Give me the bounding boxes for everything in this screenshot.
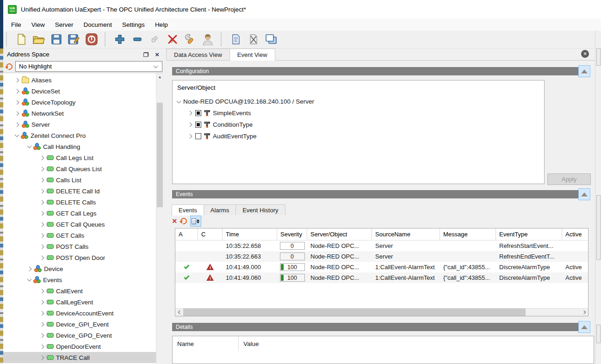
tree-item-trace-call[interactable]: TRACE Call	[3, 352, 163, 363]
checkbox-simpleevents[interactable]	[195, 110, 201, 116]
tree-item-zenitel-connect-pro[interactable]: Zenitel Connect Pro	[3, 130, 163, 141]
tree-item-callevent[interactable]: CallEvent	[3, 285, 163, 296]
checkbox-conditiontype[interactable]	[195, 122, 201, 128]
scroll-left-icon[interactable]	[175, 308, 183, 316]
chevron-collapsed-icon[interactable]	[15, 111, 19, 116]
save-as-icon[interactable]	[67, 32, 81, 46]
scroll-up-icon[interactable]: ▲	[156, 73, 163, 80]
chevron-collapsed-icon[interactable]	[40, 255, 44, 260]
chevron-collapsed-icon[interactable]	[40, 244, 44, 249]
column-header-message[interactable]: Message	[440, 228, 496, 240]
tree-item-post-open-door[interactable]: POST Open Door	[3, 252, 163, 263]
chevron-collapsed-icon[interactable]	[40, 222, 44, 227]
tree-item-networkset[interactable]: NetworkSet	[3, 108, 163, 119]
chevron-expanded-icon[interactable]	[15, 133, 19, 137]
scroll-right-icon[interactable]	[580, 308, 588, 316]
chevron-collapsed-icon[interactable]	[188, 123, 192, 127]
event-row[interactable]: 10:35:22.6630Node-RED OPC...ServerRefres…	[175, 251, 588, 262]
column-header-eventtype[interactable]: EventType	[496, 228, 562, 240]
tree-item-deviceset[interactable]: DeviceSet	[3, 86, 163, 97]
column-header-c[interactable]: C	[198, 228, 223, 240]
chevron-collapsed-icon[interactable]	[40, 289, 44, 293]
tree-item-device-gpo-event[interactable]: Device_GPO_Event	[3, 330, 163, 341]
tree-item-get-call-legs[interactable]: GET Call Legs	[3, 208, 163, 219]
collapse-configuration-button[interactable]	[578, 65, 590, 77]
collapse-events-button[interactable]	[578, 188, 590, 200]
add-window-icon[interactable]	[264, 32, 279, 46]
add-server-icon[interactable]	[112, 32, 127, 46]
tree-item-calls-list[interactable]: Calls List	[3, 174, 163, 185]
vertical-splitter[interactable]	[163, 49, 167, 364]
chevron-collapsed-icon[interactable]	[15, 89, 19, 93]
disconnect-server-icon[interactable]	[165, 32, 180, 46]
chevron-collapsed-icon[interactable]	[15, 100, 19, 105]
auto-scroll-toggle[interactable]	[190, 216, 201, 227]
chevron-expanded-icon[interactable]	[177, 99, 181, 103]
tree-item-post-calls[interactable]: POST Calls	[3, 241, 163, 252]
new-document-icon[interactable]	[14, 32, 29, 46]
tree-item-events[interactable]: Events	[3, 274, 163, 285]
column-header-active[interactable]: Active	[562, 228, 588, 240]
collapse-details-button[interactable]	[578, 321, 590, 333]
tree-item-calllegevent[interactable]: CallLegEvent	[3, 296, 163, 308]
config-root-row[interactable]: Node-RED OPCUA@192.168.240.100 / Server	[177, 96, 544, 107]
chevron-collapsed-icon[interactable]	[27, 266, 32, 271]
chevron-collapsed-icon[interactable]	[40, 178, 44, 182]
add-document-icon[interactable]	[229, 32, 243, 46]
remove-document-icon[interactable]	[246, 32, 261, 46]
shutdown-icon[interactable]	[84, 32, 99, 46]
chevron-collapsed-icon[interactable]	[40, 300, 44, 304]
chevron-expanded-icon[interactable]	[27, 277, 32, 282]
chevron-collapsed-icon[interactable]	[40, 322, 44, 327]
event-row[interactable]: !10:41:49.060100Node-RED OPC...1:CallEve…	[175, 272, 588, 283]
events-tab-event-history[interactable]: Event History	[235, 204, 285, 215]
checkbox-auditeventtype[interactable]	[195, 133, 201, 139]
tree-item-aliases[interactable]: Aliases	[3, 74, 163, 86]
tab-data-access-view[interactable]: Data Access View	[166, 49, 230, 60]
save-project-icon[interactable]	[49, 32, 64, 46]
tree-item-device-gpi-event[interactable]: Device_GPI_Event	[3, 319, 163, 330]
menu-settings[interactable]: Settings	[117, 20, 150, 30]
chevron-collapsed-icon[interactable]	[40, 344, 44, 349]
chevron-expanded-icon[interactable]	[27, 144, 32, 148]
column-header-severity[interactable]: Severity	[277, 228, 307, 240]
tree-item-call-queues-list[interactable]: Call Queues List	[3, 163, 163, 174]
tree-item-call-handling[interactable]: Call Handling	[3, 141, 163, 152]
chevron-collapsed-icon[interactable]	[40, 189, 44, 193]
events-tab-alarms[interactable]: Alarms	[204, 204, 236, 215]
chevron-collapsed-icon[interactable]	[15, 122, 19, 127]
chevron-collapsed-icon[interactable]	[40, 333, 44, 338]
tree-item-get-calls[interactable]: GET Calls	[3, 230, 163, 241]
chevron-collapsed-icon[interactable]	[40, 311, 44, 315]
close-document-icon[interactable]: ✕	[581, 50, 589, 58]
chevron-collapsed-icon[interactable]	[40, 200, 44, 204]
event-row[interactable]: 10:35:22.6580Node-RED OPC...ServerRefres…	[175, 241, 588, 251]
server-settings-icon[interactable]	[183, 32, 198, 46]
menu-help[interactable]: Help	[150, 20, 173, 30]
column-header-sourcename[interactable]: SourceName	[372, 228, 440, 240]
chevron-collapsed-icon[interactable]	[40, 233, 44, 238]
details-column-name[interactable]: Name	[173, 336, 239, 351]
tree-item-server[interactable]: Server	[3, 119, 163, 130]
tree-item-delete-call-id[interactable]: DELETE Call Id	[3, 185, 163, 197]
tree-item-deviceaccountevent[interactable]: DeviceAccountEvent	[3, 308, 163, 319]
refresh-events-icon[interactable]	[179, 216, 188, 225]
open-project-icon[interactable]	[31, 32, 46, 46]
tree-item-delete-calls[interactable]: DELETE Calls	[3, 197, 163, 208]
refresh-address-space-button[interactable]	[3, 61, 15, 72]
tab-event-view[interactable]: Event View	[229, 49, 275, 61]
tree-item-opendoorevent[interactable]: OpenDoorEvent	[3, 341, 163, 352]
scrollbar-thumb[interactable]	[157, 103, 163, 207]
chevron-collapsed-icon[interactable]	[40, 355, 44, 360]
column-header-server-object[interactable]: Server/Object	[307, 228, 372, 240]
events-tab-events[interactable]: Events	[172, 204, 204, 216]
apply-button[interactable]: Apply	[547, 173, 591, 185]
event-row[interactable]: !10:41:49.000100Node-RED OPC...1:CallEve…	[175, 262, 588, 272]
tree-item-device[interactable]: Device	[3, 263, 163, 274]
config-item-auditeventtype[interactable]: AuditEventType	[177, 130, 544, 142]
menu-view[interactable]: View	[26, 20, 50, 30]
chevron-collapsed-icon[interactable]	[40, 211, 44, 216]
close-panel-icon[interactable]: ×	[155, 51, 159, 58]
tree-item-call-legs-list[interactable]: Call Legs List	[3, 152, 163, 163]
highlight-dropdown[interactable]: No Highlight	[15, 61, 162, 72]
